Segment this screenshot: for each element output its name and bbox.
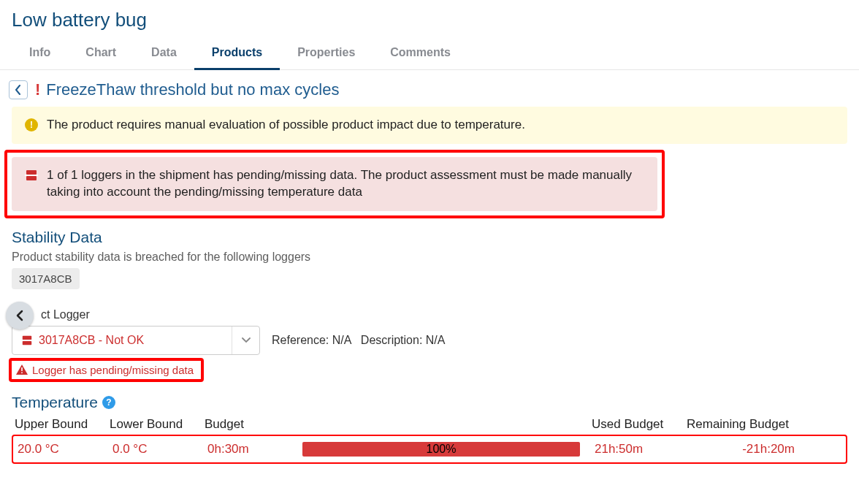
page-title: Low battery bug bbox=[0, 0, 859, 37]
banner-manual-evaluation-text: The product requires manual evaluation o… bbox=[47, 117, 525, 134]
stability-heading: Stability Data bbox=[12, 229, 847, 246]
val-remaining-budget: -21h:20m bbox=[690, 442, 799, 457]
tab-properties[interactable]: Properties bbox=[280, 37, 373, 69]
pending-msg: Logger has pending/missing data bbox=[13, 362, 196, 378]
help-icon[interactable]: ? bbox=[102, 396, 115, 409]
col-remaining-budget: Remaining Budget bbox=[687, 417, 796, 432]
tabs: Info Chart Data Products Properties Comm… bbox=[0, 37, 859, 70]
chevron-down-icon bbox=[242, 337, 251, 343]
col-budget: Budget bbox=[205, 417, 299, 432]
sub-title: FreezeThaw threshold but no max cycles bbox=[46, 80, 339, 99]
chevron-left-icon bbox=[15, 85, 22, 95]
budget-bar-pct: 100% bbox=[302, 442, 580, 457]
stability-subtitle: Product stability data is breached for t… bbox=[12, 251, 847, 264]
chevron-left-icon bbox=[15, 310, 24, 321]
highlight-pending-data: 1 of 1 loggers in the shipment has pendi… bbox=[4, 150, 665, 218]
logger-description-value: N/A bbox=[426, 334, 446, 346]
back-button[interactable] bbox=[9, 80, 28, 99]
warning-icon: ! bbox=[25, 118, 38, 131]
svg-rect-6 bbox=[21, 367, 23, 371]
svg-rect-3 bbox=[23, 336, 31, 340]
tab-chart[interactable]: Chart bbox=[68, 37, 134, 69]
val-lower-bound: 0.0 °C bbox=[112, 442, 207, 457]
banner-pending-data: 1 of 1 loggers in the shipment has pendi… bbox=[12, 157, 657, 211]
col-used-budget: Used Budget bbox=[592, 417, 687, 432]
svg-rect-4 bbox=[23, 341, 31, 345]
temperature-row-highlight: 20.0 °C 0.0 °C 0h:30m 100% 21h:50m -21h:… bbox=[12, 435, 847, 464]
logger-reference: Reference: N/A Description: N/A bbox=[272, 334, 445, 347]
alert-icon: ! bbox=[32, 80, 42, 99]
logger-chip[interactable]: 3017A8CB bbox=[12, 268, 80, 289]
select-logger-caret[interactable] bbox=[232, 327, 259, 354]
logger-reference-label: Reference: bbox=[272, 334, 329, 346]
temperature-heading: Temperature bbox=[12, 394, 98, 411]
select-logger-section: ct Logger 3017A8CB - Not OK Reference: N bbox=[12, 308, 847, 382]
temperature-columns: Upper Bound Lower Bound Budget Used Budg… bbox=[12, 417, 847, 432]
collapse-sidebar-button[interactable] bbox=[6, 302, 34, 329]
budget-bar: 100% bbox=[302, 442, 595, 457]
banner-manual-evaluation: ! The product requires manual evaluation… bbox=[12, 107, 847, 144]
tab-data[interactable]: Data bbox=[134, 37, 194, 69]
select-logger-value-text: 3017A8CB - Not OK bbox=[39, 334, 144, 347]
svg-rect-2 bbox=[25, 175, 38, 176]
val-upper-bound: 20.0 °C bbox=[18, 442, 112, 457]
select-logger-label: ct Logger bbox=[41, 308, 847, 321]
tab-comments[interactable]: Comments bbox=[373, 37, 468, 69]
val-used-budget: 21h:50m bbox=[595, 442, 690, 457]
logger-icon bbox=[25, 169, 38, 182]
logger-reference-value: N/A bbox=[332, 334, 351, 346]
svg-rect-7 bbox=[21, 373, 23, 374]
temperature-header: Temperature ? bbox=[12, 394, 847, 411]
select-logger-value: 3017A8CB - Not OK bbox=[12, 334, 232, 347]
pending-msg-text: Logger has pending/missing data bbox=[32, 364, 194, 376]
logger-icon bbox=[21, 335, 33, 346]
tab-products[interactable]: Products bbox=[194, 37, 280, 69]
col-upper-bound: Upper Bound bbox=[15, 417, 110, 432]
col-lower-bound: Lower Bound bbox=[110, 417, 205, 432]
sub-header: ! FreezeThaw threshold but no max cycles bbox=[0, 70, 859, 107]
select-logger-dropdown[interactable]: 3017A8CB - Not OK bbox=[12, 326, 260, 355]
banner-pending-data-text: 1 of 1 loggers in the shipment has pendi… bbox=[47, 167, 644, 201]
svg-rect-1 bbox=[26, 176, 37, 180]
logger-description-label: Description: bbox=[361, 334, 422, 346]
budget-bar-track: 100% bbox=[302, 442, 580, 457]
tab-info[interactable]: Info bbox=[12, 37, 68, 69]
alert-triangle-icon bbox=[16, 364, 28, 375]
temperature-row: 20.0 °C 0.0 °C 0h:30m 100% 21h:50m -21h:… bbox=[18, 442, 841, 457]
svg-rect-0 bbox=[26, 170, 37, 175]
val-budget: 0h:30m bbox=[207, 442, 302, 457]
svg-rect-5 bbox=[21, 340, 33, 341]
highlight-pending-msg: Logger has pending/missing data bbox=[9, 358, 204, 382]
